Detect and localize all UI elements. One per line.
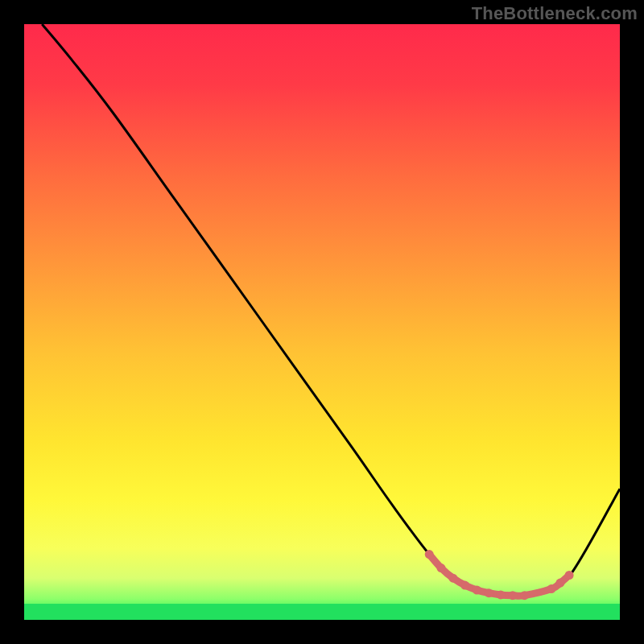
- highlight-marker-dot: [425, 550, 434, 559]
- plot-area: [24, 24, 620, 620]
- highlight-marker-dot: [556, 579, 565, 588]
- highlight-marker-dot: [497, 590, 506, 599]
- highlight-marker-dot: [565, 571, 574, 580]
- watermark-text: TheBottleneck.com: [472, 3, 638, 24]
- highlight-marker-dot: [508, 591, 517, 600]
- highlight-marker-dot: [437, 564, 446, 572]
- highlight-marker-dot: [460, 581, 469, 590]
- highlight-marker-dot: [547, 584, 555, 593]
- highlight-marker-dot: [448, 574, 457, 583]
- highlight-marker-dot: [485, 588, 493, 597]
- chart-svg: [24, 24, 620, 620]
- bottom-green-band: [24, 604, 620, 620]
- chart-frame: TheBottleneck.com: [0, 0, 644, 644]
- highlight-marker-dot: [520, 591, 529, 600]
- highlight-marker-dot: [473, 586, 481, 595]
